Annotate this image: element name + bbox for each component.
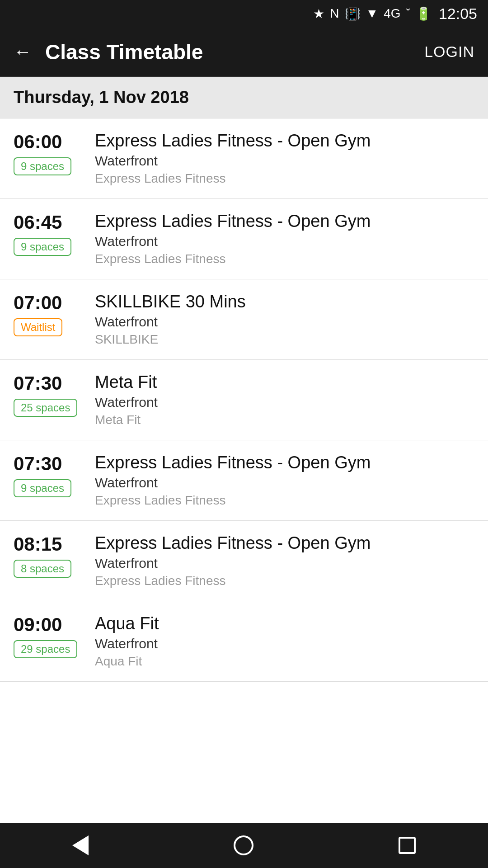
class-item[interactable]: 09:00 29 spaces Aqua Fit Waterfront Aqua…	[0, 601, 488, 682]
spaces-badge: 29 spaces	[14, 640, 77, 658]
time-section: 09:00 29 spaces	[14, 614, 86, 658]
class-time: 07:00	[14, 292, 62, 314]
class-name: Express Ladies Fitness - Open Gym	[95, 533, 474, 553]
class-name: Meta Fit	[95, 373, 474, 392]
signal-label: 4G	[384, 6, 400, 21]
bottom-nav	[0, 823, 488, 868]
class-location: Waterfront	[95, 556, 474, 571]
spaces-badge: 8 spaces	[14, 560, 71, 578]
class-category: Express Ladies Fitness	[95, 493, 474, 508]
class-time: 06:00	[14, 131, 62, 153]
time-section: 06:00 9 spaces	[14, 131, 86, 175]
spaces-badge: 9 spaces	[14, 157, 71, 175]
nfc-icon: N	[330, 6, 339, 21]
class-time: 07:30	[14, 453, 62, 475]
battery-icon: 🔋	[416, 6, 432, 21]
class-info: Express Ladies Fitness - Open Gym Waterf…	[86, 533, 474, 588]
class-location: Waterfront	[95, 234, 474, 249]
nav-back-button[interactable]	[72, 835, 89, 855]
class-item[interactable]: 07:30 25 spaces Meta Fit Waterfront Meta…	[0, 360, 488, 440]
vibrate-icon: 📳	[345, 6, 361, 21]
class-info: Express Ladies Fitness - Open Gym Waterf…	[86, 212, 474, 266]
class-category: Express Ladies Fitness	[95, 252, 474, 266]
class-info: Aqua Fit Waterfront Aqua Fit	[86, 614, 474, 669]
wifi-icon: ▼	[366, 6, 379, 21]
time-section: 07:30 25 spaces	[14, 373, 86, 417]
class-category: Aqua Fit	[95, 654, 474, 669]
nav-home-button[interactable]	[234, 835, 253, 855]
class-time: 06:45	[14, 212, 62, 233]
class-name: Express Ladies Fitness - Open Gym	[95, 131, 474, 151]
back-button[interactable]: ←	[14, 42, 32, 62]
class-time: 07:30	[14, 373, 62, 394]
class-info: Express Ladies Fitness - Open Gym Waterf…	[86, 453, 474, 508]
nav-recent-button[interactable]	[399, 837, 416, 854]
status-bar: ★ N 📳 ▼ 4G ˇ 🔋 12:05	[0, 0, 488, 27]
class-location: Waterfront	[95, 395, 474, 410]
page-title: Class Timetable	[45, 40, 424, 64]
class-info: Meta Fit Waterfront Meta Fit	[86, 373, 474, 427]
class-item[interactable]: 08:15 8 spaces Express Ladies Fitness - …	[0, 521, 488, 601]
class-location: Waterfront	[95, 314, 474, 330]
status-icons: ★ N 📳 ▼ 4G ˇ 🔋	[313, 6, 432, 21]
bluetooth-icon: ★	[313, 6, 324, 21]
spaces-badge: 25 spaces	[14, 399, 77, 417]
app-header: ← Class Timetable LOGIN	[0, 27, 488, 77]
class-time: 08:15	[14, 533, 62, 555]
spaces-badge: Waitlist	[14, 318, 62, 336]
class-item[interactable]: 06:00 9 spaces Express Ladies Fitness - …	[0, 118, 488, 199]
recent-nav-icon	[399, 837, 416, 854]
back-nav-icon	[72, 835, 89, 855]
class-time: 09:00	[14, 614, 62, 636]
class-location: Waterfront	[95, 636, 474, 651]
class-category: Meta Fit	[95, 413, 474, 427]
class-list: 06:00 9 spaces Express Ladies Fitness - …	[0, 118, 488, 823]
status-time: 12:05	[439, 5, 477, 23]
class-item[interactable]: 07:00 Waitlist SKILLBIKE 30 Mins Waterfr…	[0, 279, 488, 360]
time-section: 08:15 8 spaces	[14, 533, 86, 578]
time-section: 07:00 Waitlist	[14, 292, 86, 336]
class-category: Express Ladies Fitness	[95, 171, 474, 186]
date-header: Thursday, 1 Nov 2018	[0, 77, 488, 118]
time-section: 06:45 9 spaces	[14, 212, 86, 256]
login-button[interactable]: LOGIN	[424, 43, 474, 61]
date-text: Thursday, 1 Nov 2018	[14, 88, 189, 107]
class-name: Express Ladies Fitness - Open Gym	[95, 212, 474, 231]
home-nav-icon	[234, 835, 253, 855]
spaces-badge: 9 spaces	[14, 479, 71, 497]
spaces-badge: 9 spaces	[14, 238, 71, 256]
signal-bars-icon: ˇ	[406, 6, 410, 21]
time-section: 07:30 9 spaces	[14, 453, 86, 497]
class-location: Waterfront	[95, 475, 474, 491]
class-name: SKILLBIKE 30 Mins	[95, 292, 474, 311]
class-category: SKILLBIKE	[95, 332, 474, 347]
class-name: Aqua Fit	[95, 614, 474, 633]
class-name: Express Ladies Fitness - Open Gym	[95, 453, 474, 472]
class-item[interactable]: 07:30 9 spaces Express Ladies Fitness - …	[0, 440, 488, 521]
class-info: SKILLBIKE 30 Mins Waterfront SKILLBIKE	[86, 292, 474, 347]
class-info: Express Ladies Fitness - Open Gym Waterf…	[86, 131, 474, 186]
class-location: Waterfront	[95, 153, 474, 169]
class-item[interactable]: 06:45 9 spaces Express Ladies Fitness - …	[0, 199, 488, 279]
class-category: Express Ladies Fitness	[95, 574, 474, 588]
